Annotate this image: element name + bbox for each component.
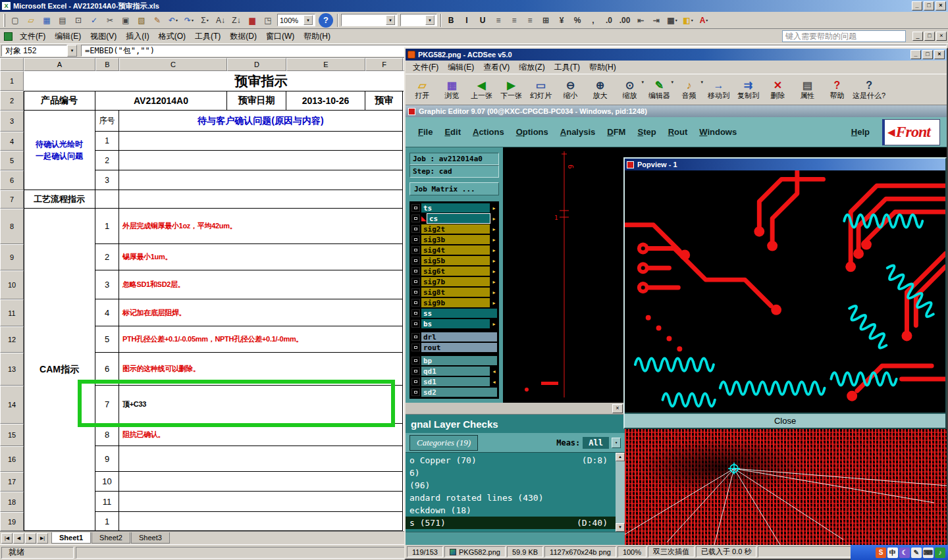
editor-titlebar[interactable]: Graphic Editor 9.07 (00@KXC-CPGCB-PC034 … [406,105,947,117]
close-button[interactable]: × [934,50,945,59]
layer-arrow-icon[interactable]: ◂ [490,379,498,385]
item-text-cell[interactable]: 忽略SD1和SD2层。 [119,270,403,299]
format-toolbar-button[interactable]: % ▾ [569,13,585,28]
format-toolbar-button[interactable]: ≡ ▾ [490,13,506,28]
layer-name[interactable]: sd1 [421,377,490,386]
toolbar-button[interactable]: ▱ ▾ 打开 [408,75,436,104]
minimize-button[interactable]: _ [910,50,921,59]
sheet-title-cell[interactable]: 预审指示 [119,71,403,91]
tray-icon[interactable]: ♪ [935,547,945,558]
popview-titlebar[interactable]: Popview - 1 [625,159,945,170]
help-question-input[interactable]: 键入需要帮助的问题 [782,30,906,42]
menu-item[interactable]: 窗口(W) [261,29,299,44]
product-value-cell[interactable]: AV212014A0 [95,91,227,111]
layer-name[interactable]: sig7b [421,277,490,286]
scrollbar[interactable]: ▲ ▼ [616,453,625,532]
date-value-cell[interactable]: 2013-10-26 [286,91,365,111]
column-header[interactable]: B [95,58,119,71]
layer-name[interactable]: cs [427,214,490,223]
layer-color-swatch[interactable] [411,288,420,296]
row-header[interactable]: 10 [0,270,24,299]
toolbar-button[interactable]: ✕ ▾ 删除 [764,75,792,104]
toolbar-button[interactable]: ✎ ▾ [149,13,165,28]
name-box[interactable]: 对象 152 [1,45,67,57]
layer-color-swatch[interactable] [411,333,420,341]
toolbar-button[interactable]: ✎ ▾ 编辑器 [645,75,673,104]
row-header[interactable]: 19 [0,512,24,531]
layer-arrow-icon[interactable]: ▸ [490,216,498,222]
layer-color-swatch[interactable] [411,357,420,365]
menu-item[interactable]: Options [510,124,554,140]
layer-color-swatch[interactable] [411,388,420,396]
job-field[interactable]: Job : av212014a0 [409,153,499,165]
list-item[interactable]: s (571) (D:40) [406,517,616,529]
item-text-cell[interactable] [119,492,403,512]
empty-cell[interactable] [119,170,403,190]
tray-icon[interactable]: S [876,547,886,558]
layer-color-swatch[interactable] [411,378,420,386]
format-toolbar-button[interactable]: A ▾ [696,13,712,28]
column-header[interactable]: A [24,58,95,71]
layer-arrow-icon[interactable]: ▸ [490,258,498,264]
row-header[interactable]: 7 [0,190,24,209]
zoom-combo[interactable]: 100% ▾ [277,14,315,26]
menu-item[interactable]: 视图(V) [86,29,121,44]
toolbar-button[interactable]: ⇉ ▾ 复制到 [734,75,762,104]
list-item[interactable]: o Copper (70) (D:8) [406,454,616,467]
layer-arrow-icon[interactable]: ▸ [490,237,498,243]
row-header[interactable]: 9 [0,244,24,270]
item-number-cell[interactable]: 4 [95,299,119,326]
item-number-cell[interactable]: 1 [95,209,119,244]
tab-nav-button[interactable]: |◀ [1,533,13,544]
close-icon[interactable]: × [612,404,623,413]
menu-item[interactable]: Step [631,124,662,140]
layer-name[interactable]: rout [421,343,497,352]
menu-item[interactable]: 工具(T) [190,29,225,44]
toolbar-button[interactable]: ♪ ▾ 音频 [675,75,703,104]
menu-item[interactable]: Windows [693,124,743,140]
layer-color-swatch[interactable] [411,225,420,233]
sheet-tab[interactable]: Sheet3 [131,532,170,544]
tray-icon[interactable]: ✎ [911,547,922,558]
toolbar-button[interactable]: ✓ ▾ [86,13,102,28]
menu-item[interactable]: 数据(D) [225,29,261,44]
row-header[interactable]: 15 [0,424,24,446]
menu-item[interactable]: Actions [467,124,510,140]
item-text-cell[interactable]: 阻抗已确认。 [119,424,403,446]
chevron-down-icon[interactable]: ▾ [425,15,434,25]
format-toolbar-button[interactable]: , ▾ [585,13,601,28]
maximize-button[interactable]: □ [924,1,934,11]
toolbar-button[interactable]: ◳ ▾ [260,13,276,28]
layer-name[interactable]: sig3b [421,235,490,244]
layer-name[interactable]: sig4t [421,245,490,255]
row-header[interactable]: 13 [0,353,24,386]
format-toolbar-button[interactable]: ≡ ▾ [506,13,522,28]
layer-arrow-icon[interactable]: ◂ [490,369,498,374]
layer-name[interactable]: sig2t [421,224,490,234]
row-header[interactable]: 17 [0,472,24,492]
empty-cell[interactable] [119,190,403,209]
close-button[interactable]: × [935,1,946,11]
row-header[interactable]: 16 [0,446,24,472]
layer-row[interactable]: bp [411,355,498,366]
list-item[interactable]: eckdown (18) [406,504,616,517]
layer-row[interactable]: sd2 [411,387,498,397]
help-icon[interactable]: ? [319,13,333,28]
select-all-corner[interactable] [0,58,24,71]
menu-item[interactable]: File [412,124,438,140]
item-number-cell[interactable]: 5 [95,326,119,353]
menu-item[interactable]: Edit [438,124,467,140]
row-header[interactable]: 8 [0,209,24,244]
workbook-close-button[interactable]: × [936,32,947,41]
toolbar-button[interactable]: ⊕ ▾ 放大 [586,75,614,104]
toolbar-button[interactable]: ↷ ▾ [181,13,197,28]
layer-color-swatch[interactable] [411,344,420,351]
toolbar-button[interactable]: A↓ ▾ [213,13,228,28]
layer-color-swatch[interactable] [411,246,420,254]
layer-color-swatch[interactable] [411,299,420,307]
column-header[interactable]: C [119,58,227,71]
excel-titlebar[interactable]: X Microsoft Excel - AV212014A0-预审指示.xls … [0,0,948,12]
item-text-cell[interactable]: 锡厚最小1um。 [119,244,403,270]
layer-color-swatch[interactable] [411,236,420,243]
toolbar-button[interactable]: ⊖ ▾ 缩小 [556,75,585,104]
